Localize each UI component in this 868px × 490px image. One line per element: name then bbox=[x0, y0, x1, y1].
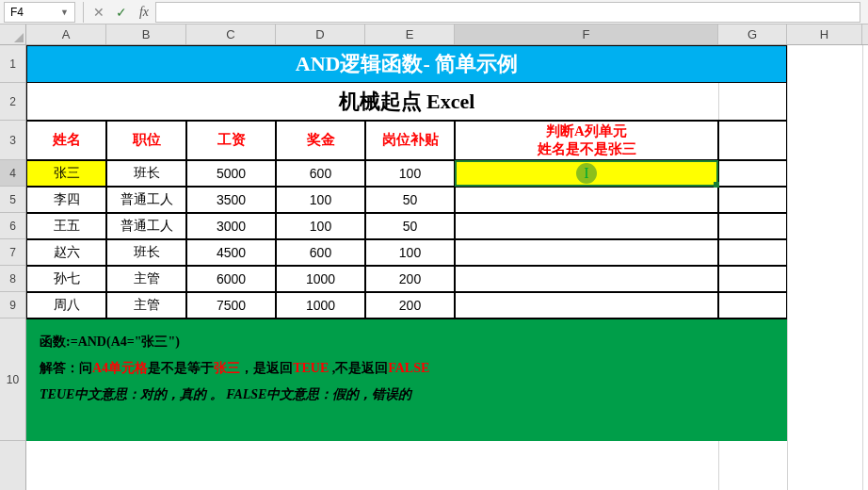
cell-empty-g[interactable] bbox=[718, 187, 787, 213]
cell-judge[interactable] bbox=[455, 266, 718, 292]
subtitle-cell[interactable]: 机械起点 Excel bbox=[26, 83, 787, 121]
col-header-A[interactable]: A bbox=[26, 24, 106, 44]
cell-position[interactable]: 主管 bbox=[106, 266, 186, 292]
cell-bonus[interactable]: 1000 bbox=[276, 292, 365, 318]
title-text: AND逻辑函数- 简单示例 bbox=[296, 50, 519, 78]
header-position[interactable]: 职位 bbox=[106, 121, 186, 160]
text-cursor-icon bbox=[576, 163, 597, 184]
cell-position[interactable]: 主管 bbox=[106, 292, 186, 318]
cell-salary[interactable]: 6000 bbox=[186, 266, 276, 292]
cell-bonus[interactable]: 600 bbox=[276, 160, 365, 187]
cell-allowance[interactable]: 100 bbox=[365, 239, 455, 266]
cell-position[interactable]: 普通工人 bbox=[106, 187, 186, 213]
table-row: 周八主管75001000200 bbox=[26, 292, 868, 318]
cell-bonus[interactable]: 100 bbox=[276, 213, 365, 239]
col-header-F[interactable]: F bbox=[455, 24, 718, 44]
cell-allowance[interactable]: 200 bbox=[365, 292, 455, 318]
separator bbox=[83, 2, 84, 23]
col-header-B[interactable]: B bbox=[106, 24, 186, 44]
cell-judge[interactable] bbox=[455, 160, 718, 187]
cell-position[interactable]: 班长 bbox=[106, 160, 186, 187]
cell-judge[interactable] bbox=[455, 292, 718, 318]
cell-name[interactable]: 张三 bbox=[26, 160, 106, 187]
cell-salary[interactable]: 3500 bbox=[186, 187, 276, 213]
cell-bonus[interactable]: 1000 bbox=[276, 266, 365, 292]
cell-empty-g[interactable] bbox=[718, 266, 787, 292]
row-headers: 1 2 3 4 5 6 7 8 9 10 bbox=[0, 45, 26, 490]
confirm-button[interactable]: ✓ bbox=[110, 2, 133, 23]
col-header-D[interactable]: D bbox=[276, 24, 365, 44]
cell-name[interactable]: 周八 bbox=[26, 292, 106, 318]
cell-allowance[interactable]: 200 bbox=[365, 266, 455, 292]
cell-position[interactable]: 班长 bbox=[106, 239, 186, 266]
formula-input[interactable] bbox=[155, 2, 860, 23]
cell-empty-g[interactable] bbox=[718, 213, 787, 239]
row-header-10[interactable]: 10 bbox=[0, 318, 25, 441]
cell-empty-g[interactable] bbox=[718, 239, 787, 266]
cell-salary[interactable]: 4500 bbox=[186, 239, 276, 266]
row-header-5[interactable]: 5 bbox=[0, 187, 25, 213]
row-header-3[interactable]: 3 bbox=[0, 121, 25, 160]
row-header-2[interactable]: 2 bbox=[0, 83, 25, 121]
cell-salary[interactable]: 5000 bbox=[186, 160, 276, 187]
select-all-corner[interactable] bbox=[0, 24, 26, 45]
cell-allowance[interactable]: 100 bbox=[365, 160, 455, 187]
table-header-row: 姓名 职位 工资 奖金 岗位补贴 判断A列单元 姓名是不是张三 bbox=[26, 121, 868, 160]
subtitle-row: 机械起点 Excel bbox=[26, 83, 868, 121]
subtitle-text: 机械起点 Excel bbox=[339, 88, 475, 116]
header-name[interactable]: 姓名 bbox=[26, 121, 106, 160]
cell-name[interactable]: 王五 bbox=[26, 213, 106, 239]
row-header-7[interactable]: 7 bbox=[0, 239, 25, 266]
col-header-C[interactable]: C bbox=[186, 24, 276, 44]
cell-salary[interactable]: 7500 bbox=[186, 292, 276, 318]
explain-line1: 函数:=AND(A4="张三") bbox=[40, 335, 180, 349]
table-row: 李四普通工人350010050 bbox=[26, 187, 868, 213]
cell-name[interactable]: 孙七 bbox=[26, 266, 106, 292]
cell-name[interactable]: 赵六 bbox=[26, 239, 106, 266]
name-box[interactable]: F4 ▼ bbox=[4, 2, 75, 23]
explanation-row: 函数:=AND(A4="张三") 解答：问A4单元格是不是等于张三，是返回TEU… bbox=[26, 318, 868, 441]
row-header-1[interactable]: 1 bbox=[0, 45, 25, 83]
explain-line3: TEUE中文意思：对的，真的 。 FALSE中文意思：假的，错误的 bbox=[40, 387, 411, 401]
header-salary[interactable]: 工资 bbox=[186, 121, 276, 160]
cell-reference: F4 bbox=[10, 6, 24, 19]
row-header-8[interactable]: 8 bbox=[0, 266, 25, 292]
cell-judge[interactable] bbox=[455, 187, 718, 213]
cell-allowance[interactable]: 50 bbox=[365, 213, 455, 239]
row-header-9[interactable]: 9 bbox=[0, 292, 25, 318]
title-cell[interactable]: AND逻辑函数- 简单示例 bbox=[26, 45, 787, 83]
row-header-6[interactable]: 6 bbox=[0, 213, 25, 239]
spreadsheet: A B C D E F G H 1 2 3 4 5 6 7 8 9 10 AND… bbox=[0, 24, 868, 490]
header-judge[interactable]: 判断A列单元 姓名是不是张三 bbox=[455, 121, 718, 160]
col-header-E[interactable]: E bbox=[365, 24, 455, 44]
col-header-H[interactable]: H bbox=[787, 24, 862, 44]
table-row: 王五普通工人300010050 bbox=[26, 213, 868, 239]
header-bonus[interactable]: 奖金 bbox=[276, 121, 365, 160]
header-allowance[interactable]: 岗位补贴 bbox=[365, 121, 455, 160]
cell-grid[interactable]: AND逻辑函数- 简单示例 机械起点 Excel 姓名 职位 工资 奖金 岗位补… bbox=[26, 45, 868, 490]
column-headers: A B C D E F G H bbox=[26, 24, 868, 45]
cell-judge[interactable] bbox=[455, 239, 718, 266]
table-row: 张三班长5000600100 bbox=[26, 160, 868, 187]
explanation-block[interactable]: 函数:=AND(A4="张三") 解答：问A4单元格是不是等于张三，是返回TEU… bbox=[26, 318, 787, 441]
table-row: 赵六班长4500600100 bbox=[26, 239, 868, 266]
cell-allowance[interactable]: 50 bbox=[365, 187, 455, 213]
row-header-4[interactable]: 4 bbox=[0, 160, 25, 187]
cell-name[interactable]: 李四 bbox=[26, 187, 106, 213]
formula-bar: F4 ▼ ✕ ✓ fx bbox=[0, 0, 868, 24]
cell-bonus[interactable]: 100 bbox=[276, 187, 365, 213]
title-row: AND逻辑函数- 简单示例 bbox=[26, 45, 868, 83]
table-row: 孙七主管60001000200 bbox=[26, 266, 868, 292]
cell-empty-g[interactable] bbox=[718, 160, 787, 187]
header-empty-g[interactable] bbox=[718, 121, 787, 160]
fx-button[interactable]: fx bbox=[133, 2, 155, 23]
cell-salary[interactable]: 3000 bbox=[186, 213, 276, 239]
cancel-button[interactable]: ✕ bbox=[88, 2, 110, 23]
cell-position[interactable]: 普通工人 bbox=[106, 213, 186, 239]
cell-empty-g[interactable] bbox=[718, 292, 787, 318]
cell-judge[interactable] bbox=[455, 213, 718, 239]
col-header-G[interactable]: G bbox=[718, 24, 787, 44]
namebox-dropdown-icon[interactable]: ▼ bbox=[60, 8, 69, 17]
cell-bonus[interactable]: 600 bbox=[276, 239, 365, 266]
